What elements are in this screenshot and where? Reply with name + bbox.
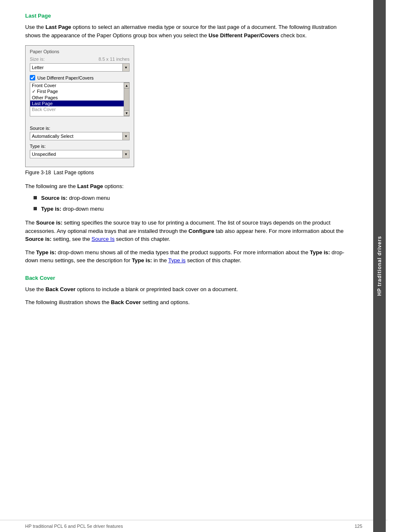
source-is-link[interactable]: Source Is bbox=[91, 236, 114, 242]
section-last-page: Last Page Use the Last Page options to s… bbox=[25, 13, 352, 265]
size-row: Size is: 8.5 x 11 inches bbox=[30, 57, 130, 62]
size-label: Size is: bbox=[30, 57, 44, 62]
back-cover-para2: The following illustration shows the Bac… bbox=[25, 298, 352, 307]
figure-caption: Figure 3-18 Last Page options bbox=[25, 170, 352, 176]
listbox-item-last-page[interactable]: Last Page bbox=[30, 101, 124, 106]
listbox-item-first-page[interactable]: First Page bbox=[30, 88, 124, 95]
letter-select[interactable]: Letter ▼ bbox=[30, 63, 130, 72]
dialog-title: Paper Options bbox=[30, 49, 130, 54]
scrollbar-track bbox=[124, 88, 129, 110]
source-is-description: The Source is: setting specifies the sou… bbox=[25, 219, 352, 243]
dialog-illustration: Paper Options Size is: 8.5 x 11 inches L… bbox=[25, 45, 134, 167]
bullet-type-is: Type is: drop-down menu bbox=[34, 205, 352, 213]
source-select-value: Automatically Select bbox=[30, 134, 122, 139]
options-intro: The following are the Last Page options: bbox=[25, 183, 352, 189]
page-footer: HP traditional PCL 6 and PCL 5e driver f… bbox=[0, 520, 387, 532]
pages-listbox[interactable]: Front Cover First Page Other Pages Last … bbox=[30, 82, 124, 116]
listbox-item-other-pages[interactable]: Other Pages bbox=[30, 95, 124, 101]
type-is-description: The Type is: drop-down menu shows all of… bbox=[25, 248, 352, 265]
listbox-item-front-cover[interactable]: Front Cover bbox=[30, 83, 124, 88]
bullet-source-is: Source is: drop-down menu bbox=[34, 194, 352, 202]
footer-left-text: HP traditional PCL 6 and PCL 5e driver f… bbox=[25, 524, 123, 529]
section-back-cover: Back Cover Use the Back Cover options to… bbox=[25, 275, 352, 307]
source-select[interactable]: Automatically Select ▼ bbox=[30, 132, 130, 140]
type-select-value: Unspecified bbox=[30, 152, 122, 157]
letter-select-value: Letter bbox=[30, 65, 122, 70]
listbox-scrollbar[interactable]: ▲ ▼ bbox=[124, 82, 130, 116]
use-different-paper-checkbox-row[interactable]: Use Different Paper/Covers bbox=[30, 75, 130, 80]
type-select[interactable]: Unspecified ▼ bbox=[30, 150, 130, 158]
source-select-arrow[interactable]: ▼ bbox=[122, 132, 129, 140]
section-intro: Use the Last Page options to select an a… bbox=[25, 23, 352, 39]
bullet-icon-type bbox=[34, 207, 37, 210]
scrollbar-up-btn[interactable]: ▲ bbox=[124, 83, 130, 88]
pages-listbox-container: Front Cover First Page Other Pages Last … bbox=[30, 82, 130, 121]
letter-select-arrow[interactable]: ▼ bbox=[122, 64, 129, 71]
page-number: 125 bbox=[355, 524, 362, 529]
size-value: 8.5 x 11 inches bbox=[99, 57, 130, 62]
type-label: Type is: bbox=[30, 144, 130, 149]
figure-caption-text: Last Page options bbox=[54, 170, 94, 176]
bullet-icon-source bbox=[34, 196, 37, 199]
listbox-item-back-cover[interactable]: Back Cover bbox=[30, 106, 124, 112]
sidebar-tab: HP traditional drivers bbox=[373, 0, 386, 532]
type-select-arrow[interactable]: ▼ bbox=[122, 150, 129, 158]
source-label: Source is: bbox=[30, 126, 130, 131]
section-title-back-cover: Back Cover bbox=[25, 275, 352, 281]
use-different-paper-label: Use Different Paper/Covers bbox=[37, 75, 94, 80]
section-title-last-page: Last Page bbox=[25, 13, 352, 19]
back-cover-para1: Use the Back Cover options to include a … bbox=[25, 285, 352, 294]
figure-number: Figure 3-18 bbox=[25, 170, 51, 176]
scrollbar-down-btn[interactable]: ▼ bbox=[124, 110, 130, 116]
use-different-paper-checkbox[interactable] bbox=[30, 75, 35, 80]
options-bullet-list: Source is: drop-down menu Type is: drop-… bbox=[34, 194, 352, 213]
type-is-link[interactable]: Type is bbox=[168, 257, 185, 263]
sidebar-tab-label: HP traditional drivers bbox=[377, 236, 382, 296]
